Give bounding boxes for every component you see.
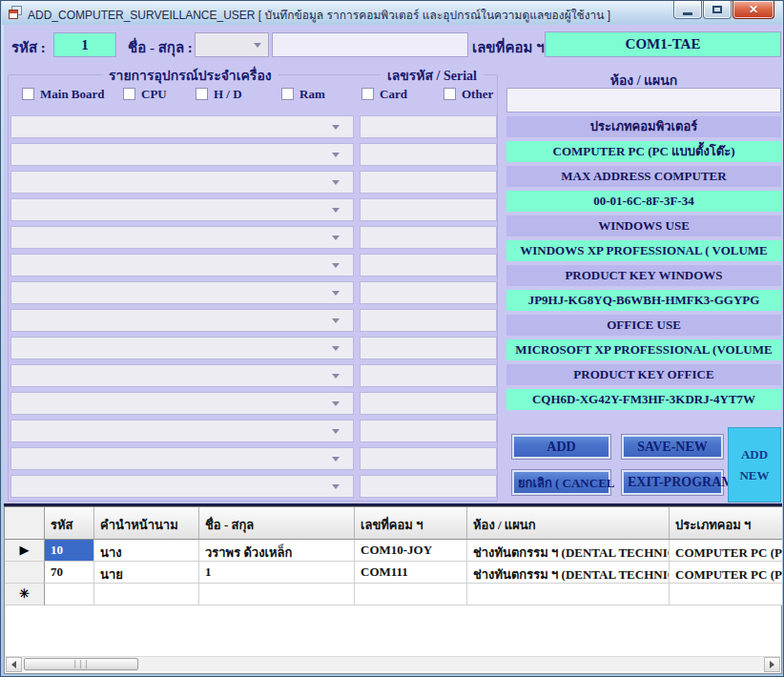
table-cell[interactable]: 70 [45, 562, 94, 584]
table-cell[interactable] [199, 584, 355, 605]
serial-input[interactable] [360, 364, 497, 387]
row-header[interactable]: ▶ [5, 540, 45, 562]
row-header[interactable]: ✳ [5, 584, 45, 605]
column-header[interactable]: รหัส [45, 507, 94, 540]
table-cell[interactable] [355, 584, 467, 605]
cancel-button[interactable]: ยกเลิก ( CANCEL [511, 469, 611, 496]
scroll-left-button[interactable] [6, 657, 22, 672]
equipment-groupbox: รายการอุปกรณ์ประจำเครื่อง เลขรหัส / Seri… [8, 74, 498, 502]
column-header[interactable]: ประเภทคอม ฯ [670, 507, 782, 540]
scrollbar-thumb[interactable]: ||| [24, 658, 138, 670]
serial-input[interactable] [360, 309, 497, 332]
device-combobox[interactable] [10, 226, 354, 249]
device-combobox[interactable] [10, 447, 354, 470]
computer-no-input[interactable]: COM1-TAE [545, 31, 781, 57]
id-input[interactable]: 1 [53, 32, 116, 57]
serial-input[interactable] [360, 475, 497, 498]
table-cell[interactable]: ช่างทันตกรรม ฯ (DENTAL TECHNICI... [467, 540, 670, 562]
table-cell[interactable] [94, 584, 199, 605]
device-combobox[interactable] [10, 337, 354, 359]
window-controls: ✕ [673, 1, 774, 19]
checkbox-box[interactable] [123, 88, 135, 100]
checkbox-main-board[interactable]: Main Board [22, 88, 105, 100]
table-cell[interactable]: 1 [199, 562, 355, 584]
serial-input[interactable] [360, 254, 497, 277]
device-combobox[interactable] [10, 254, 354, 277]
serial-input[interactable] [360, 143, 497, 166]
arrow-left-icon [11, 661, 16, 668]
checkbox-label: Main Board [40, 88, 105, 100]
device-combobox[interactable] [10, 392, 354, 415]
form-body: รหัส : 1 ชื่อ - สกุล : เลขที่คอม ฯ : COM… [4, 25, 782, 674]
close-button[interactable]: ✕ [732, 1, 774, 19]
checkbox-box[interactable] [361, 88, 374, 100]
table-cell[interactable]: นาง [94, 540, 199, 562]
checkbox-box[interactable] [281, 88, 294, 100]
horizontal-scrollbar[interactable]: ||| [6, 656, 780, 671]
serial-input[interactable] [360, 115, 497, 138]
serial-input[interactable] [360, 198, 497, 221]
device-combobox[interactable] [10, 364, 354, 387]
checkbox-box[interactable] [196, 88, 208, 100]
serial-group-title: เลขรหัส / Serial [381, 65, 484, 86]
device-combobox[interactable] [10, 115, 354, 138]
name-combobox[interactable] [195, 32, 269, 57]
table-cell[interactable]: 10 [45, 540, 94, 562]
table-cell[interactable]: นาย [94, 562, 199, 584]
device-combobox[interactable] [10, 281, 354, 304]
room-combobox[interactable] [506, 88, 781, 113]
serial-input[interactable] [360, 420, 497, 442]
chevron-down-icon [332, 291, 340, 296]
device-combobox[interactable] [10, 309, 354, 332]
maximize-button[interactable] [703, 1, 732, 19]
table-cell[interactable]: วราพร ด้วงเหล็ก [199, 540, 355, 562]
checkbox-box[interactable] [22, 88, 34, 100]
table-cell[interactable] [467, 584, 670, 605]
table-cell[interactable]: ช่างทันตกรรม ฯ (DENTAL TECHNICI... [467, 562, 670, 584]
id-label: รหัส : [11, 36, 46, 59]
column-header[interactable]: ห้อง / แผนก [467, 507, 670, 540]
table-cell[interactable]: COMPUTER PC (PC แ [670, 562, 782, 584]
table-cell[interactable]: COM10-JOY [355, 540, 467, 562]
add-button[interactable]: ADD [511, 434, 611, 460]
serial-input[interactable] [360, 226, 497, 249]
title-bar[interactable]: ADD_COMPUTER_SURVEILLANCE_USER [ บันทึกข… [2, 1, 782, 25]
column-header[interactable]: เลขที่คอม ฯ [355, 507, 467, 540]
table-cell[interactable]: COMPUTER PC (PC แ [670, 540, 782, 562]
checkbox-ram[interactable]: Ram [281, 88, 325, 100]
row-header[interactable] [5, 562, 45, 584]
table-cell[interactable] [45, 584, 94, 605]
column-header[interactable]: ชื่อ - สกุล [199, 507, 355, 540]
serial-input[interactable] [360, 447, 497, 470]
field-label-band: OFFICE USE [506, 315, 781, 336]
checkbox-card[interactable]: Card [361, 88, 407, 100]
serial-input[interactable] [360, 392, 497, 415]
serial-input[interactable] [360, 337, 497, 359]
serial-input[interactable] [360, 281, 497, 304]
add-new-button[interactable]: ADD NEW [728, 427, 781, 503]
checkbox-cpu[interactable]: CPU [123, 88, 167, 100]
device-combobox[interactable] [10, 198, 354, 221]
equipment-group-title: รายการอุปกรณ์ประจำเครื่อง [102, 65, 279, 86]
checkbox-other[interactable]: Other [444, 88, 493, 100]
device-combobox[interactable] [10, 475, 354, 498]
serial-input[interactable] [360, 171, 497, 194]
save-new-button[interactable]: SAVE-NEW [621, 434, 724, 460]
chevron-down-icon [332, 429, 340, 434]
table-cell[interactable] [670, 584, 782, 605]
name-label: ชื่อ - สกุล : [128, 36, 193, 59]
scroll-right-button[interactable] [764, 657, 780, 672]
name-input[interactable] [272, 32, 468, 57]
checkbox-box[interactable] [444, 88, 456, 100]
exit-program-button[interactable]: EXIT-PROGRAM [621, 469, 724, 496]
column-header[interactable]: คำนำหน้านาม [94, 507, 199, 540]
checkbox-h-d[interactable]: H / D [196, 88, 242, 100]
field-value-band: MICROSOFT XP PROFESSIONAL (VOLUME [506, 339, 781, 360]
minimize-button[interactable] [673, 1, 702, 19]
chevron-down-icon [332, 401, 340, 406]
grid-corner-header [5, 507, 45, 540]
device-combobox[interactable] [10, 420, 354, 442]
device-combobox[interactable] [10, 171, 354, 194]
table-cell[interactable]: COM111 [355, 562, 467, 584]
device-combobox[interactable] [10, 143, 354, 166]
